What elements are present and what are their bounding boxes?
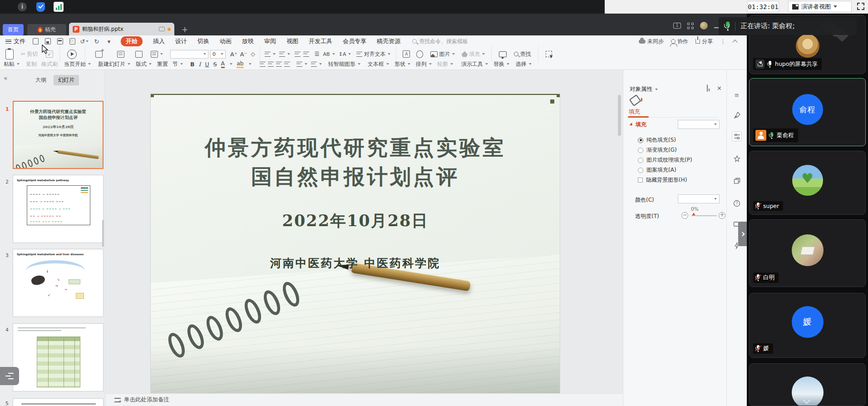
canvas-scrollbar[interactable]	[618, 95, 621, 136]
align-justify-icon[interactable]	[284, 62, 290, 67]
share-button[interactable]: 分享	[695, 38, 713, 45]
participant-tile-yuan[interactable]: 媛 媛	[749, 293, 866, 358]
decrease-font-icon[interactable]: A⁻	[240, 51, 247, 58]
slide-page[interactable]: 仲景方药现代研究重点实验室 国自然申报计划点评 2022年10月28日 河南中医…	[151, 94, 560, 401]
increase-font-icon[interactable]: A⁺	[230, 51, 237, 58]
new-file-icon[interactable]	[32, 38, 39, 45]
replace-label[interactable]: 替换	[493, 60, 509, 68]
align-left-icon[interactable]	[260, 62, 266, 67]
tab-slides[interactable]: 幻灯片	[54, 75, 79, 85]
slide-title-line2[interactable]: 国自然申报计划点评	[151, 163, 560, 191]
radio-solid-fill[interactable]: 纯色填充(S)	[638, 136, 676, 144]
font-color-button[interactable]: A	[221, 60, 225, 68]
layout-icon[interactable]	[117, 51, 124, 58]
collapse-panel-icon[interactable]: «	[4, 74, 8, 82]
section-label[interactable]: 节	[173, 60, 183, 68]
help-icon[interactable]: ?	[732, 198, 742, 208]
shape-label[interactable]: 形状	[395, 60, 410, 68]
present-tools-label[interactable]: 演示工具	[461, 60, 488, 68]
tab-start[interactable]: 开始	[121, 36, 143, 46]
smart-graphic-button[interactable]: 转智能图形	[328, 60, 360, 68]
radio-gradient-fill[interactable]: 渐变填充(G)	[638, 146, 677, 154]
checkbox-hide-background[interactable]: 隐藏背景图形(H)	[638, 176, 687, 184]
fullscreen-button[interactable]	[857, 3, 864, 10]
new-slide-icon[interactable]	[95, 51, 103, 58]
text-direction-icon[interactable]: AB	[323, 51, 335, 57]
cut-button[interactable]: ✂ 剪切	[21, 50, 38, 58]
select-label[interactable]: 选择	[516, 60, 532, 68]
layout-label[interactable]: 版式	[136, 60, 152, 68]
paste-icon[interactable]	[5, 49, 14, 59]
drag-handle-icon[interactable]: ≡	[732, 90, 742, 100]
align-right-icon[interactable]	[276, 62, 282, 67]
signal-bars-icon[interactable]	[54, 2, 64, 12]
selection-handle[interactable]	[557, 94, 560, 97]
tab-developer[interactable]: 开发工具	[309, 37, 332, 45]
new-tab-button[interactable]: +	[180, 25, 190, 35]
color-combo[interactable]	[678, 194, 720, 203]
editor-canvas[interactable]: 仲景方药现代研究重点实验室 国自然申报计划点评 2022年10月28日 河南中医…	[105, 70, 623, 406]
transparency-slider-track[interactable]	[691, 215, 717, 216]
collaborate-button[interactable]: 协作	[671, 38, 688, 45]
print-preview-icon[interactable]	[69, 38, 76, 45]
bold-button[interactable]: B	[190, 61, 195, 68]
tab-design[interactable]: 设计	[175, 37, 187, 45]
align-text-button[interactable]: 对齐文本	[356, 50, 390, 58]
textbox-label[interactable]: 文本框	[368, 60, 389, 68]
numbered-list-icon[interactable]	[279, 52, 290, 57]
info-icon[interactable]: i	[17, 2, 27, 12]
shield-icon[interactable]	[35, 2, 45, 12]
effects-icon[interactable]	[732, 153, 742, 163]
participant-tile-baiming[interactable]: 白明	[749, 219, 866, 287]
play-slideshow-icon[interactable]: 1	[673, 23, 681, 29]
highlight-button[interactable]: ab	[237, 60, 244, 68]
tab-member[interactable]: 会员专享	[343, 37, 366, 45]
sync-status[interactable]: 未同步	[639, 38, 664, 45]
new-slide-label[interactable]: 新建幻灯片	[98, 60, 130, 68]
print-icon[interactable]	[56, 38, 64, 45]
textbox-icon[interactable]: A	[403, 50, 410, 58]
font-family-combo[interactable]	[170, 50, 208, 59]
slide-thumbnail-3[interactable]: Sphingolipid metabolism and liver diseas…	[13, 249, 104, 317]
pin-icon[interactable]	[707, 85, 712, 91]
transparency-plus-button[interactable]: +	[719, 212, 725, 219]
outline-float-button[interactable]	[0, 367, 19, 385]
scroll-participants-chevron[interactable]	[803, 397, 812, 403]
slide-title-line1[interactable]: 仲景方药现代研究重点实验室	[151, 134, 560, 162]
slide-thumbnail-2[interactable]: Sphingolipid metabolism pathway ≈≈≈≈ → ≈…	[13, 175, 104, 243]
slide-date[interactable]: 2022年10月28日	[151, 210, 560, 232]
columns-icon[interactable]: ☰	[315, 51, 320, 57]
tab-gaoke[interactable]: 稿壳	[27, 24, 66, 35]
section-icon[interactable]	[151, 51, 163, 58]
fill-section-header[interactable]: 填充	[630, 121, 646, 129]
reset-label[interactable]: 重置	[157, 60, 168, 68]
collapse-ribbon-icon[interactable]	[732, 40, 737, 45]
paste-label[interactable]: 粘贴	[4, 60, 20, 68]
picture-button[interactable]: 图片	[430, 50, 455, 58]
tab-view[interactable]: 视图	[286, 37, 298, 45]
increase-indent-icon[interactable]	[303, 52, 309, 57]
tab-home[interactable]: 首页	[3, 24, 24, 35]
thumbnails-scrollbar[interactable]	[102, 220, 104, 247]
transparency-minus-button[interactable]: −	[681, 212, 688, 219]
format-painter-label[interactable]: 格式刷	[41, 60, 58, 68]
presentation-tools-icon[interactable]	[499, 51, 507, 57]
tab-review[interactable]: 审阅	[264, 37, 276, 45]
tab-resources[interactable]: 稿壳资源	[377, 37, 400, 45]
more-menu-icon[interactable]: ⋮	[720, 38, 726, 45]
selection-handle[interactable]	[550, 99, 554, 104]
line-options-icon[interactable]	[296, 62, 307, 67]
tab-document[interactable]: P 鞘脂和肝病.pptx	[69, 23, 174, 35]
bullet-list-icon[interactable]	[265, 52, 276, 57]
command-search[interactable]: 查找命令、搜索模板	[412, 38, 468, 45]
selection-handle[interactable]	[151, 94, 154, 97]
notes-bar[interactable]: 单击此处添加备注	[105, 393, 623, 406]
properties-icon[interactable]	[732, 131, 742, 141]
expand-panel-tab[interactable]	[738, 222, 747, 246]
paragraph-options-icon[interactable]	[311, 62, 322, 67]
reset-icon[interactable]	[135, 51, 143, 58]
underline-button[interactable]: U	[205, 61, 209, 68]
slide-thumbnail-1[interactable]: 仲景方药现代研究重点实验室 国自然申报计划点评 2022年10月28日 河南中医…	[13, 101, 104, 169]
shape-icon[interactable]	[416, 50, 423, 58]
fill-tab[interactable]: 填充	[629, 108, 640, 116]
